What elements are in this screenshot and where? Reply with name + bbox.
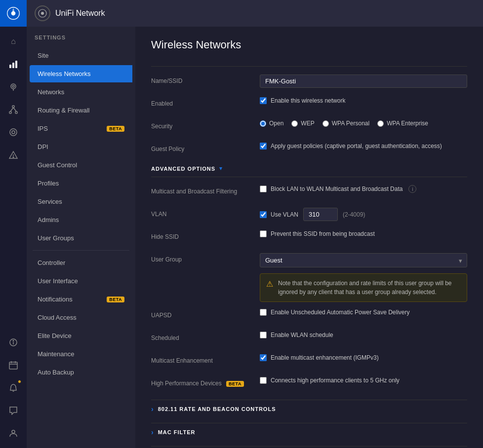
scheduled-text: Enable WLAN schedule: [271, 332, 333, 338]
rate-beacon-section: › 802.11 RATE AND BEACON CONTROLS: [151, 400, 467, 418]
high-perf-label: High Performance Devices BETA: [151, 377, 260, 387]
sidebar-item-user-groups[interactable]: User Groups: [30, 229, 132, 247]
security-wep-label[interactable]: WEP: [291, 120, 314, 127]
app-name: UniFi Network: [55, 9, 105, 18]
map-icon[interactable]: [3, 77, 23, 97]
uapsd-control: Enable Unscheduled Automatic Power Save …: [260, 309, 467, 316]
rate-beacon-header[interactable]: › 802.11 RATE AND BEACON CONTROLS: [151, 400, 467, 418]
high-perf-control: Connects high performance clients to 5 G…: [260, 377, 467, 384]
chat-icon[interactable]: [3, 401, 23, 420]
sidebar-item-networks[interactable]: Networks: [30, 83, 132, 101]
vlan-checkbox-label[interactable]: Use VLAN: [260, 211, 298, 218]
alerts-icon[interactable]: [3, 145, 23, 165]
guest-policy-checkbox-label[interactable]: Apply guest policies (captive portal, gu…: [260, 143, 442, 149]
uapsd-checkbox[interactable]: [260, 309, 267, 316]
mac-filter-header[interactable]: › MAC FILTER: [151, 423, 467, 441]
icon-rail: ⌂: [0, 0, 27, 448]
home-icon[interactable]: ⌂: [3, 32, 23, 51]
sidebar-item-guest-control[interactable]: Guest Control: [30, 156, 132, 174]
rate-beacon-chevron: ›: [151, 405, 154, 413]
mac-filter-section: › MAC FILTER: [151, 423, 467, 441]
security-control: Open WEP WPA Personal: [260, 120, 467, 127]
multicast-enhancement-checkbox-label[interactable]: Enable multicast enhancement (IGMPv3): [260, 354, 379, 361]
sidebar-item-wireless-networks[interactable]: Wireless Networks: [30, 65, 132, 82]
sidebar-item-cloud-access[interactable]: Cloud Access: [30, 309, 132, 326]
svg-rect-8: [12, 106, 14, 108]
security-wep-radio[interactable]: [291, 120, 298, 127]
multicast-enhancement-label: Multicast Enhancement: [151, 354, 260, 364]
sidebar-item-user-interface[interactable]: User Interface: [30, 272, 132, 290]
scheduled-checkbox-label[interactable]: Enable WLAN schedule: [260, 332, 333, 338]
enabled-checkbox-label[interactable]: Enable this wireless network: [260, 97, 345, 104]
sidebar-header: SETTINGS: [27, 31, 135, 46]
name-ssid-input[interactable]: [260, 75, 467, 88]
sidebar-item-routing-firewall[interactable]: Routing & Firewall: [30, 102, 132, 119]
sidebar-item-auto-backup[interactable]: Auto Backup: [30, 364, 132, 381]
enabled-checkbox[interactable]: [260, 97, 267, 104]
sidebar-item-notifications[interactable]: Notifications BETA: [30, 291, 132, 308]
stats-icon[interactable]: [3, 54, 23, 74]
high-perf-row: High Performance Devices BETA Connects h…: [151, 377, 467, 393]
security-wpa-enterprise-label[interactable]: WPA Enterprise: [377, 120, 428, 127]
uapsd-text: Enable Unscheduled Automatic Power Save …: [271, 309, 409, 316]
high-perf-checkbox-label[interactable]: Connects high performance clients to 5 G…: [260, 377, 400, 384]
sidebar-item-site[interactable]: Site: [30, 47, 132, 64]
vlan-label: VLAN: [151, 208, 260, 218]
hide-ssid-checkbox[interactable]: [260, 230, 267, 237]
hide-ssid-row: Hide SSID Prevent this SSID from being b…: [151, 230, 467, 246]
radius-mac-header[interactable]: › RADIUS MAC AUTHENTICATION: [151, 446, 467, 448]
multicast-enhancement-checkbox[interactable]: [260, 354, 267, 361]
name-ssid-control: [260, 75, 467, 88]
multicast-label: Multicast and Broadcast Filtering: [151, 185, 260, 195]
security-open-radio[interactable]: [260, 120, 266, 127]
sidebar-item-controller[interactable]: Controller: [30, 254, 132, 271]
security-radio-group: Open WEP WPA Personal: [260, 120, 428, 127]
scheduled-checkbox[interactable]: [260, 332, 267, 338]
sidebar-item-elite-device[interactable]: Elite Device: [30, 327, 132, 344]
topology-icon[interactable]: [3, 100, 23, 119]
security-wpa-personal-label[interactable]: WPA Personal: [322, 120, 369, 127]
vlan-input[interactable]: [303, 208, 338, 221]
devices-icon[interactable]: [3, 122, 23, 142]
advanced-options-toggle[interactable]: ADVANCED OPTIONS ▾: [151, 165, 467, 177]
app-logo: UniFi Network: [35, 5, 105, 21]
name-ssid-label: Name/SSID: [151, 75, 260, 84]
user-group-warning-text: Note that the configuration and rate lim…: [278, 279, 461, 297]
guest-policy-checkbox[interactable]: [260, 143, 267, 149]
svg-rect-4: [15, 61, 17, 68]
security-open-label[interactable]: Open: [260, 120, 283, 127]
svg-line-12: [13, 108, 16, 112]
hide-ssid-label: Hide SSID: [151, 230, 260, 240]
calendar-icon[interactable]: [3, 355, 23, 375]
info-bottom-icon[interactable]: [3, 333, 23, 352]
guest-policy-text: Apply guest policies (captive portal, gu…: [271, 143, 442, 149]
hide-ssid-checkbox-label[interactable]: Prevent this SSID from being broadcast: [260, 230, 375, 237]
multicast-checkbox-label[interactable]: Block LAN to WLAN Multicast and Broadcas…: [260, 185, 416, 193]
svg-rect-21: [9, 362, 17, 369]
topbar: UniFi Network: [27, 0, 483, 27]
sidebar-item-maintenance[interactable]: Maintenance: [30, 345, 132, 363]
sidebar-item-admins[interactable]: Admins: [30, 211, 132, 228]
svg-point-14: [12, 131, 15, 134]
notifications-badge: BETA: [107, 297, 124, 302]
sidebar-item-ips[interactable]: IPS BETA: [30, 120, 132, 137]
svg-line-11: [10, 108, 13, 112]
bell-icon[interactable]: [3, 378, 23, 398]
profile-icon[interactable]: [3, 423, 23, 443]
high-perf-checkbox[interactable]: [260, 377, 267, 384]
security-wpa-enterprise-radio[interactable]: [377, 120, 384, 127]
logo-button[interactable]: [0, 0, 27, 27]
user-group-inner: User Group Guest Default ▾: [151, 253, 467, 267]
sidebar-item-services[interactable]: Services: [30, 193, 132, 210]
multicast-checkbox[interactable]: [260, 186, 267, 192]
uapsd-checkbox-label[interactable]: Enable Unscheduled Automatic Power Save …: [260, 309, 409, 316]
security-wpa-personal-radio[interactable]: [322, 120, 329, 127]
sidebar-item-profiles[interactable]: Profiles: [30, 175, 132, 192]
high-perf-badge: BETA: [226, 381, 244, 387]
multicast-info-icon[interactable]: i: [408, 185, 416, 193]
vlan-checkbox[interactable]: [260, 211, 267, 218]
user-group-select[interactable]: Guest Default: [260, 253, 467, 267]
vlan-row: VLAN Use VLAN (2-4009): [151, 208, 467, 224]
main-content: Wireless Networks Name/SSID Enabled: [135, 27, 483, 448]
sidebar-item-dpi[interactable]: DPI: [30, 138, 132, 155]
